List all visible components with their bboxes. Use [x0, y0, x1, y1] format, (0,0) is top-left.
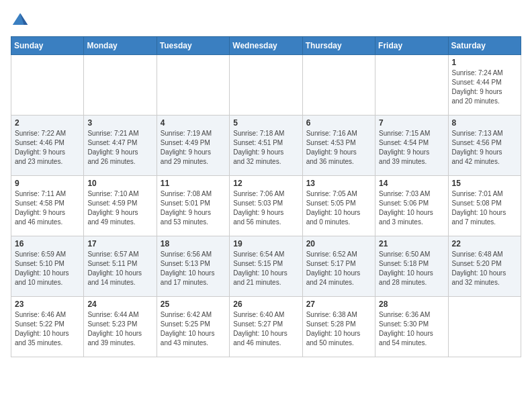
day-info: Sunrise: 6:50 AM Sunset: 5:18 PM Dayligh… [379, 250, 444, 287]
day-number: 13 [306, 179, 371, 188]
calendar-week-row: 1Sunrise: 7:24 AM Sunset: 4:44 PM Daylig… [11, 55, 521, 116]
day-number: 3 [87, 118, 152, 128]
calendar-cell: 1Sunrise: 7:24 AM Sunset: 4:44 PM Daylig… [448, 55, 521, 116]
day-info: Sunrise: 7:10 AM Sunset: 4:59 PM Dayligh… [87, 189, 152, 227]
day-number: 24 [87, 300, 152, 309]
header-monday: Monday [84, 37, 157, 55]
day-info: Sunrise: 7:22 AM Sunset: 4:46 PM Dayligh… [15, 129, 80, 167]
header-tuesday: Tuesday [157, 37, 229, 55]
calendar-cell: 11Sunrise: 7:08 AM Sunset: 5:01 PM Dayli… [157, 176, 229, 236]
calendar-week-row: 23Sunrise: 6:46 AM Sunset: 5:22 PM Dayli… [11, 297, 521, 357]
day-number: 6 [306, 118, 371, 128]
day-info: Sunrise: 6:44 AM Sunset: 5:23 PM Dayligh… [87, 310, 152, 348]
day-info: Sunrise: 7:15 AM Sunset: 4:54 PM Dayligh… [379, 129, 444, 167]
logo-icon [11, 11, 30, 30]
day-info: Sunrise: 6:54 AM Sunset: 5:15 PM Dayligh… [233, 250, 298, 287]
calendar-cell [157, 55, 229, 116]
day-info: Sunrise: 7:05 AM Sunset: 5:05 PM Dayligh… [306, 189, 371, 227]
day-info: Sunrise: 6:40 AM Sunset: 5:27 PM Dayligh… [233, 310, 298, 348]
day-info: Sunrise: 6:46 AM Sunset: 5:22 PM Dayligh… [15, 310, 80, 348]
day-info: Sunrise: 7:01 AM Sunset: 5:08 PM Dayligh… [452, 189, 517, 227]
calendar-cell: 18Sunrise: 6:56 AM Sunset: 5:13 PM Dayli… [157, 236, 229, 297]
day-number: 12 [233, 179, 298, 188]
calendar-cell [84, 55, 157, 116]
day-number: 22 [452, 239, 517, 248]
calendar-cell: 28Sunrise: 6:36 AM Sunset: 5:30 PM Dayli… [375, 297, 448, 357]
calendar-week-row: 2Sunrise: 7:22 AM Sunset: 4:46 PM Daylig… [11, 116, 521, 176]
day-info: Sunrise: 7:21 AM Sunset: 4:47 PM Dayligh… [87, 129, 152, 167]
calendar-cell [302, 55, 375, 116]
calendar-cell [11, 55, 84, 116]
calendar-cell: 27Sunrise: 6:38 AM Sunset: 5:28 PM Dayli… [302, 297, 375, 357]
day-number: 19 [233, 239, 298, 248]
calendar-cell: 26Sunrise: 6:40 AM Sunset: 5:27 PM Dayli… [230, 297, 302, 357]
day-info: Sunrise: 7:18 AM Sunset: 4:51 PM Dayligh… [233, 129, 298, 167]
day-number: 10 [87, 179, 152, 188]
day-info: Sunrise: 6:57 AM Sunset: 5:11 PM Dayligh… [87, 250, 152, 287]
day-info: Sunrise: 6:56 AM Sunset: 5:13 PM Dayligh… [161, 250, 226, 287]
calendar-cell: 7Sunrise: 7:15 AM Sunset: 4:54 PM Daylig… [375, 116, 448, 176]
calendar-cell: 19Sunrise: 6:54 AM Sunset: 5:15 PM Dayli… [230, 236, 302, 297]
calendar-cell: 12Sunrise: 7:06 AM Sunset: 5:03 PM Dayli… [230, 176, 302, 236]
calendar-cell [230, 55, 302, 116]
day-number: 7 [379, 118, 444, 128]
calendar-cell: 16Sunrise: 6:59 AM Sunset: 5:10 PM Dayli… [11, 236, 84, 297]
day-number: 1 [452, 58, 517, 67]
day-number: 9 [15, 179, 80, 188]
calendar-cell: 23Sunrise: 6:46 AM Sunset: 5:22 PM Dayli… [11, 297, 84, 357]
day-number: 28 [379, 300, 444, 309]
day-info: Sunrise: 6:59 AM Sunset: 5:10 PM Dayligh… [15, 250, 80, 287]
day-number: 16 [15, 239, 80, 248]
day-info: Sunrise: 7:06 AM Sunset: 5:03 PM Dayligh… [233, 189, 298, 227]
calendar-cell: 25Sunrise: 6:42 AM Sunset: 5:25 PM Dayli… [157, 297, 229, 357]
calendar-week-row: 16Sunrise: 6:59 AM Sunset: 5:10 PM Dayli… [11, 236, 521, 297]
day-number: 4 [161, 118, 226, 128]
page-header [11, 11, 521, 30]
calendar-cell: 2Sunrise: 7:22 AM Sunset: 4:46 PM Daylig… [11, 116, 84, 176]
calendar-cell: 3Sunrise: 7:21 AM Sunset: 4:47 PM Daylig… [84, 116, 157, 176]
day-number: 21 [379, 239, 444, 248]
day-info: Sunrise: 7:16 AM Sunset: 4:53 PM Dayligh… [306, 129, 371, 167]
calendar-cell: 4Sunrise: 7:19 AM Sunset: 4:49 PM Daylig… [157, 116, 229, 176]
calendar-header-row: SundayMondayTuesdayWednesdayThursdayFrid… [11, 37, 521, 55]
header-thursday: Thursday [302, 37, 375, 55]
calendar-cell [375, 55, 448, 116]
calendar-cell: 6Sunrise: 7:16 AM Sunset: 4:53 PM Daylig… [302, 116, 375, 176]
day-info: Sunrise: 6:52 AM Sunset: 5:17 PM Dayligh… [306, 250, 371, 287]
calendar-cell: 24Sunrise: 6:44 AM Sunset: 5:23 PM Dayli… [84, 297, 157, 357]
header-friday: Friday [375, 37, 448, 55]
calendar-cell: 20Sunrise: 6:52 AM Sunset: 5:17 PM Dayli… [302, 236, 375, 297]
day-info: Sunrise: 6:38 AM Sunset: 5:28 PM Dayligh… [306, 310, 371, 348]
header-saturday: Saturday [448, 37, 521, 55]
calendar-cell: 15Sunrise: 7:01 AM Sunset: 5:08 PM Dayli… [448, 176, 521, 236]
day-number: 25 [161, 300, 226, 309]
day-number: 11 [161, 179, 226, 188]
calendar-cell: 13Sunrise: 7:05 AM Sunset: 5:05 PM Dayli… [302, 176, 375, 236]
day-info: Sunrise: 7:11 AM Sunset: 4:58 PM Dayligh… [15, 189, 80, 227]
day-number: 18 [161, 239, 226, 248]
calendar-week-row: 9Sunrise: 7:11 AM Sunset: 4:58 PM Daylig… [11, 176, 521, 236]
calendar-cell: 21Sunrise: 6:50 AM Sunset: 5:18 PM Dayli… [375, 236, 448, 297]
day-info: Sunrise: 6:42 AM Sunset: 5:25 PM Dayligh… [161, 310, 226, 348]
calendar-cell: 5Sunrise: 7:18 AM Sunset: 4:51 PM Daylig… [230, 116, 302, 176]
day-number: 20 [306, 239, 371, 248]
day-info: Sunrise: 7:08 AM Sunset: 5:01 PM Dayligh… [161, 189, 226, 227]
header-sunday: Sunday [11, 37, 84, 55]
day-number: 26 [233, 300, 298, 309]
day-number: 14 [379, 179, 444, 188]
day-number: 17 [87, 239, 152, 248]
calendar-cell: 17Sunrise: 6:57 AM Sunset: 5:11 PM Dayli… [84, 236, 157, 297]
day-info: Sunrise: 7:13 AM Sunset: 4:56 PM Dayligh… [452, 129, 517, 167]
calendar-cell: 8Sunrise: 7:13 AM Sunset: 4:56 PM Daylig… [448, 116, 521, 176]
day-info: Sunrise: 7:19 AM Sunset: 4:49 PM Dayligh… [161, 129, 226, 167]
day-number: 5 [233, 118, 298, 128]
day-info: Sunrise: 7:24 AM Sunset: 4:44 PM Dayligh… [452, 68, 517, 106]
calendar-cell: 9Sunrise: 7:11 AM Sunset: 4:58 PM Daylig… [11, 176, 84, 236]
day-info: Sunrise: 6:48 AM Sunset: 5:20 PM Dayligh… [452, 250, 517, 287]
day-number: 27 [306, 300, 371, 309]
day-number: 2 [15, 118, 80, 128]
logo [11, 11, 32, 30]
day-info: Sunrise: 6:36 AM Sunset: 5:30 PM Dayligh… [379, 310, 444, 348]
day-number: 15 [452, 179, 517, 188]
day-number: 8 [452, 118, 517, 128]
